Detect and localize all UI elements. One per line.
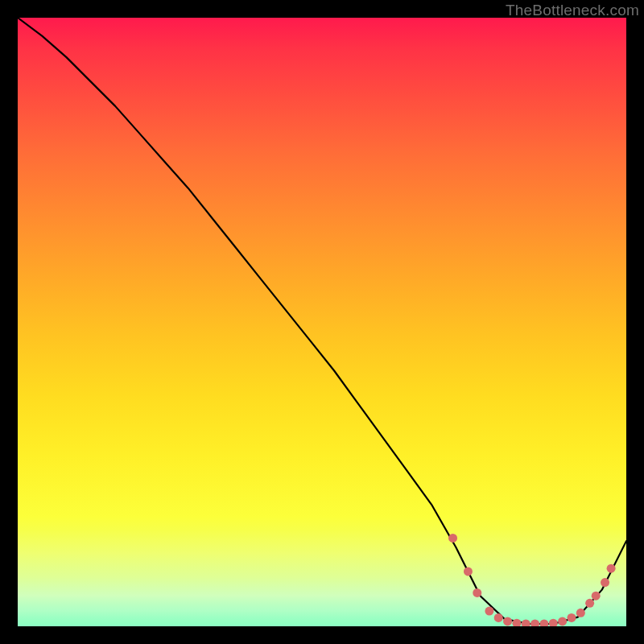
marker-dot (522, 619, 530, 626)
marker-dot (473, 588, 481, 597)
marker-dot (567, 613, 576, 622)
chart-svg (18, 18, 626, 626)
marker-dot (607, 564, 616, 573)
marker-dot (503, 617, 512, 625)
marker-dot (601, 578, 609, 587)
marker-dot (448, 534, 457, 543)
marker-dot (585, 599, 594, 608)
marker-dot (494, 613, 503, 622)
marker-dot (592, 592, 601, 601)
marker-dot (539, 619, 548, 626)
marker-dot (464, 567, 473, 576)
curve-markers (448, 534, 616, 626)
marker-dot (485, 607, 493, 616)
chart-frame: TheBottleneck.com (0, 0, 644, 644)
curve-line (18, 18, 626, 624)
marker-dot (576, 609, 585, 617)
marker-dot (558, 617, 567, 625)
marker-dot (549, 619, 558, 626)
plot-area (18, 18, 626, 626)
marker-dot (530, 619, 539, 626)
watermark-text: TheBottleneck.com (506, 2, 639, 19)
